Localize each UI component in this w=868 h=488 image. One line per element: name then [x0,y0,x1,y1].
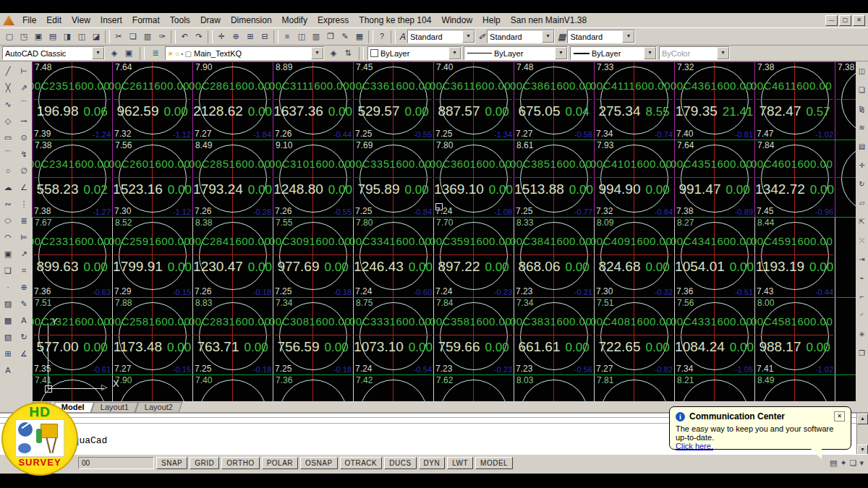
dim-update-icon[interactable]: ↻ [17,329,31,346]
layer-states-icon[interactable]: ⇅ [341,46,355,60]
etransmit-icon[interactable]: ◪ [89,30,103,43]
trim-icon[interactable]: ⤬ [856,232,868,251]
move-icon[interactable]: ✛ [856,157,868,176]
dim-style-icon[interactable]: ✐ [478,32,485,42]
construction-line-icon[interactable]: ╳ [1,80,15,96]
dropdown-arrow-icon[interactable]: ▾ [448,47,461,59]
dim-style-icon[interactable]: ∡ [17,346,31,362]
ellipse-icon[interactable]: ⬭ [1,213,15,229]
undo-icon[interactable]: ↶ [177,30,192,43]
dropdown-arrow-icon[interactable]: ▾ [462,30,475,43]
break-icon[interactable]: ⌁ [856,270,868,288]
menu-item-thong-ke-thep-104[interactable]: Thong ke thep 104 [354,14,436,27]
revision-cloud-icon[interactable]: ☁ [1,179,15,196]
match-properties-icon[interactable]: ✑ [155,30,169,43]
menu-item-san-nen-mainv1-38[interactable]: San nen MainV1.38 [506,14,592,27]
close-button[interactable]: ✕ [853,15,865,26]
mirror-icon[interactable]: ⧎ [856,100,868,119]
color-combo[interactable]: ByLayer ▾ [367,46,461,60]
gradient-icon[interactable]: ▩ [1,312,15,329]
polygon-icon[interactable]: ◇ [1,113,15,129]
hatch-icon[interactable]: ▨ [1,296,15,312]
dim-ordinate-icon[interactable]: ⊸ [17,113,31,129]
tab-layout1[interactable]: Layout1 [91,402,139,412]
explode-icon[interactable]: ✳ [856,326,868,345]
layer-previous-icon[interactable]: ◈ [326,46,341,60]
quick-dimension-icon[interactable]: ⋮ [17,196,31,213]
zoom-window-icon[interactable]: ⊞ [243,30,258,43]
offset-icon[interactable]: ≋ [856,119,868,138]
zoom-realtime-icon[interactable]: ⊕ [229,30,243,43]
dim-angular-icon[interactable]: ∠ [17,179,31,196]
spline-icon[interactable]: ∾ [1,196,15,213]
multiline-text-icon[interactable]: A [1,362,15,379]
properties-icon[interactable]: ≡ [280,30,294,43]
communication-center-icon[interactable]: ✦ [840,458,846,468]
redo-icon[interactable]: ↷ [192,30,206,43]
polyline-icon[interactable]: ∿ [1,96,15,113]
menu-item-insert[interactable]: Insert [95,14,127,27]
workspace-settings-icon[interactable]: ◈ [107,46,122,60]
xref-notify-icon[interactable]: ❏ [850,458,857,468]
dropdown-arrow-icon[interactable]: ▾ [622,30,634,43]
status-toggle-grid[interactable]: GRID [190,457,219,469]
dropdown-arrow-icon[interactable]: ▾ [92,47,104,59]
ellipse-arc-icon[interactable]: ◠ [1,229,15,246]
command-scrollbar[interactable]: ▲ ▼ [856,414,868,455]
dim-diameter-icon[interactable]: ∅ [17,163,31,179]
dropdown-arrow-icon[interactable]: ▾ [311,47,323,59]
menu-item-format[interactable]: Format [127,14,165,27]
make-block-icon[interactable]: ❑ [1,262,15,279]
dropdown-arrow-icon[interactable]: ▾ [542,30,554,43]
new-icon[interactable]: ▢ [2,30,17,43]
dropdown-arrow-icon[interactable]: ▾ [644,47,656,59]
paste-icon[interactable]: ▥ [140,30,155,43]
open-icon[interactable]: ◳ [17,30,31,43]
designcenter-icon[interactable]: ◫ [294,30,309,43]
dim-jogged-icon[interactable]: ↯ [17,146,31,163]
zoom-previous-icon[interactable]: ⊟ [258,30,272,43]
scale-icon[interactable]: ▱ [856,194,868,213]
point-icon[interactable]: · [1,279,15,296]
status-toggle-ducs[interactable]: DUCS [384,457,416,469]
center-mark-icon[interactable]: ⊕ [17,279,31,296]
balloon-close-icon[interactable]: ✕ [834,411,845,421]
plot-preview-icon[interactable]: ◨ [60,30,75,43]
dim-arc-length-icon[interactable]: ⌒ [17,96,31,113]
quick-leader-icon[interactable]: ↗ [17,246,31,262]
menu-item-modify[interactable]: Modify [277,14,312,27]
restore-button[interactable]: ▢ [839,15,851,26]
menu-item-view[interactable]: View [67,14,95,27]
quickcalc-icon[interactable]: ▦ [352,30,367,43]
status-toggle-lwt[interactable]: LWT [447,457,473,469]
insert-block-icon[interactable]: ▣ [1,246,15,262]
menu-item-express[interactable]: Express [312,14,354,27]
dim-linear-icon[interactable]: ⊢ [17,63,31,80]
dim-baseline-icon[interactable]: ≣ [17,213,31,229]
tool-palettes-icon[interactable]: ▥ [309,30,323,43]
tab-layout2[interactable]: Layout2 [135,402,183,412]
tolerance-icon[interactable]: ⌗ [17,262,31,279]
pan-icon[interactable]: ✛ [214,30,229,43]
table-icon[interactable]: ⊞ [1,346,15,362]
menu-item-dimension[interactable]: Dimension [226,14,277,27]
menu-item-tools[interactable]: Tools [165,14,195,27]
copy-clip-icon[interactable]: ❏ [126,30,140,43]
minimize-button[interactable]: — [825,15,838,26]
line-icon[interactable]: ╱ [1,63,15,80]
publish-icon[interactable]: ◫ [75,30,89,43]
layer-properties-icon[interactable]: ≣ [148,46,163,60]
rotate-icon[interactable]: ↻ [856,176,868,194]
copy-icon[interactable]: ❏ [856,82,868,100]
table-style-combo[interactable]: Standard▾ [567,30,635,43]
rectangle-icon[interactable]: ▭ [1,129,15,146]
status-toggle-snap[interactable]: SNAP [156,457,187,469]
dim-aligned-icon[interactable]: ⇗ [17,80,31,96]
text-style-combo[interactable]: Standard▾ [407,30,475,43]
status-toggle-osnap[interactable]: OSNAP [300,457,338,469]
lineweight-combo[interactable]: ByLayer ▾ [570,46,657,60]
status-toggle-model[interactable]: MODEL [475,457,513,469]
tray-arrow-icon[interactable]: ▾ [859,458,864,468]
status-toggle-dyn[interactable]: DYN [419,457,446,469]
menu-item-window[interactable]: Window [436,14,477,27]
